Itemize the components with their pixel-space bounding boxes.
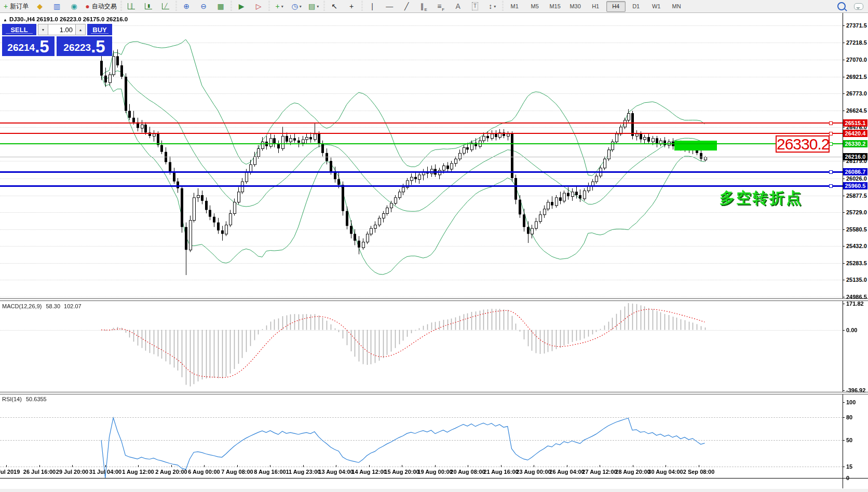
pane-separator-macd[interactable] bbox=[0, 298, 868, 301]
toolbar-separator bbox=[323, 1, 325, 11]
pivot-line-handle[interactable] bbox=[829, 142, 833, 146]
price-axis-label: 25135.0 bbox=[846, 277, 867, 283]
time-axis-label: 31 Jul 04:00 bbox=[89, 469, 121, 475]
volume-decrease-button[interactable]: ▾ bbox=[38, 24, 48, 35]
zoom-out-icon: ⊖ bbox=[200, 3, 207, 10]
trendline-icon: ╱ bbox=[404, 3, 409, 10]
price-text-label[interactable]: 26330.2 bbox=[776, 135, 830, 153]
periods-button[interactable]: ◷▾ bbox=[289, 1, 305, 12]
support-line-1-handle[interactable] bbox=[829, 170, 833, 174]
time-axis-label: 26 Aug 04:00 bbox=[549, 469, 584, 475]
time-axis-label: 23 Aug 00:00 bbox=[516, 469, 551, 475]
toolbar: +新订单◆▥◉●自动交易║▮╱⊕⊖▦▶▷+▾◷▾▤▾↖+|—╱∥E≡FAT↕▾M… bbox=[0, 0, 868, 13]
time-axis-line bbox=[0, 478, 868, 479]
time-axis-tick bbox=[39, 465, 40, 467]
channel-button[interactable]: ∥E bbox=[416, 1, 432, 12]
highlight-rectangle[interactable] bbox=[674, 141, 717, 151]
support-line-2[interactable] bbox=[0, 185, 843, 187]
time-axis-label: 5 Jul 2019 bbox=[0, 469, 20, 475]
macd-axis-label: -396.92 bbox=[846, 387, 865, 393]
rsi-value: 50.6355 bbox=[26, 396, 47, 402]
price-axis-tick bbox=[843, 111, 845, 111]
resistance-line-1-handle[interactable] bbox=[829, 121, 833, 125]
pivot-line[interactable] bbox=[0, 143, 843, 144]
support-line-2-handle[interactable] bbox=[829, 184, 833, 188]
bar-chart-button[interactable]: ║ bbox=[124, 1, 140, 12]
search-button[interactable] bbox=[833, 1, 849, 12]
time-axis-label: 11 Aug 23:00 bbox=[286, 469, 321, 475]
auto-scroll-button[interactable]: ▶ bbox=[234, 1, 250, 12]
zoom-in-button[interactable]: ⊕ bbox=[179, 1, 195, 12]
buy-button[interactable]: BUY bbox=[87, 24, 112, 35]
timeframe-button-h4[interactable]: H4 bbox=[606, 1, 626, 12]
text-label-icon: T bbox=[472, 2, 478, 10]
new-order-button[interactable]: +新订单 bbox=[2, 1, 31, 12]
time-axis-tick bbox=[699, 465, 699, 467]
price-marker-25960.5: 25960.5 bbox=[843, 182, 867, 189]
time-axis-tick bbox=[666, 465, 666, 467]
window-bottom-strip bbox=[0, 489, 868, 492]
pane-separator-rsi[interactable] bbox=[0, 392, 868, 394]
zoom-out-button[interactable]: ⊖ bbox=[196, 1, 212, 12]
timeframe-button-m15[interactable]: M15 bbox=[546, 1, 565, 12]
time-axis-label: 8 Aug 16:00 bbox=[254, 469, 286, 475]
price-marker-26086.7: 26086.7 bbox=[843, 168, 867, 175]
text-button[interactable]: A bbox=[450, 1, 466, 12]
price-axis-tick bbox=[843, 179, 845, 179]
trendline-button[interactable]: ╱ bbox=[399, 1, 415, 12]
timeframe-button-w1[interactable]: W1 bbox=[647, 1, 666, 12]
add-indicator-button[interactable]: +▾ bbox=[272, 1, 288, 12]
templates-button[interactable]: ▤▾ bbox=[306, 1, 322, 12]
timeframe-button-m5[interactable]: M5 bbox=[525, 1, 545, 12]
signals-button[interactable]: ◉ bbox=[66, 1, 82, 12]
horizontal-line-button[interactable]: — bbox=[382, 1, 398, 12]
support-line-1[interactable] bbox=[0, 171, 843, 173]
price-axis-label: 26921.5 bbox=[846, 74, 867, 80]
price-axis-tick bbox=[843, 229, 845, 230]
price-axis-label: 25580.5 bbox=[846, 226, 867, 233]
symbol-ohlc-line: ▲DJ30-,H4 26191.0 26223.0 26175.0 26216.… bbox=[3, 16, 128, 22]
fibonacci-button[interactable]: ≡F bbox=[433, 1, 449, 12]
symbol-ohlc-text: DJ30-,H4 26191.0 26223.0 26175.0 26216.0 bbox=[9, 16, 128, 22]
timeframe-button-m30[interactable]: M30 bbox=[566, 1, 585, 12]
macd-axis-tick bbox=[843, 390, 845, 391]
cursor-button[interactable]: ↖ bbox=[327, 1, 343, 12]
timeframe-button-d1[interactable]: D1 bbox=[627, 1, 646, 12]
price-axis-label: 27218.5 bbox=[846, 39, 867, 46]
dropdown-caret-icon: ▾ bbox=[281, 4, 283, 9]
auto-trading-button[interactable]: ●自动交易 bbox=[83, 1, 118, 12]
resistance-line-2[interactable] bbox=[0, 133, 843, 134]
annotation-text[interactable]: 多空转折点 bbox=[720, 188, 803, 209]
price-axis-tick bbox=[843, 43, 845, 43]
chart-area[interactable]: 26330.2 多空转折点 27371.527218.527070.026921… bbox=[0, 13, 868, 492]
volume-input[interactable] bbox=[48, 24, 75, 35]
tile-windows-button[interactable]: ▦ bbox=[213, 1, 229, 12]
timeframe-button-mn[interactable]: MN bbox=[667, 1, 686, 12]
vertical-line-button[interactable]: | bbox=[364, 1, 381, 12]
candlestick-chart-button[interactable]: ▮ bbox=[141, 1, 157, 12]
volume-increase-button[interactable]: ▴ bbox=[75, 24, 86, 35]
chart-shift-button[interactable]: ▷ bbox=[251, 1, 267, 12]
sell-price[interactable]: 26214.5 bbox=[2, 36, 55, 56]
resistance-line-2-handle[interactable] bbox=[829, 132, 833, 135]
macd-axis-label: 171.82 bbox=[846, 300, 864, 307]
collapse-triangle-icon[interactable]: ▲ bbox=[3, 18, 7, 22]
timeframe-button-m1[interactable]: M1 bbox=[505, 1, 524, 12]
text-label-button[interactable]: T bbox=[467, 1, 483, 12]
market-watch-button[interactable]: ▥ bbox=[49, 1, 65, 12]
price-axis-label: 26773.0 bbox=[846, 90, 867, 97]
arrows-button[interactable]: ↕▾ bbox=[484, 1, 500, 12]
sell-button[interactable]: SELL bbox=[2, 24, 36, 35]
timeframe-button-h1[interactable]: H1 bbox=[586, 1, 605, 12]
chat-button[interactable] bbox=[850, 1, 866, 12]
chart-canvas[interactable] bbox=[0, 13, 843, 492]
line-chart-button[interactable]: ╱ bbox=[158, 1, 174, 12]
crosshair-button[interactable]: + bbox=[344, 1, 360, 12]
price-axis-label: 25877.5 bbox=[846, 193, 867, 199]
time-axis-label: 21 Aug 16:00 bbox=[483, 469, 518, 475]
resistance-line-1[interactable] bbox=[0, 122, 843, 124]
buy-price[interactable]: 26223.5 bbox=[57, 36, 112, 56]
indicator-list-button[interactable]: ◆ bbox=[32, 1, 48, 12]
chart-shift-icon: ▷ bbox=[256, 3, 262, 10]
current-price-line[interactable] bbox=[0, 157, 843, 157]
